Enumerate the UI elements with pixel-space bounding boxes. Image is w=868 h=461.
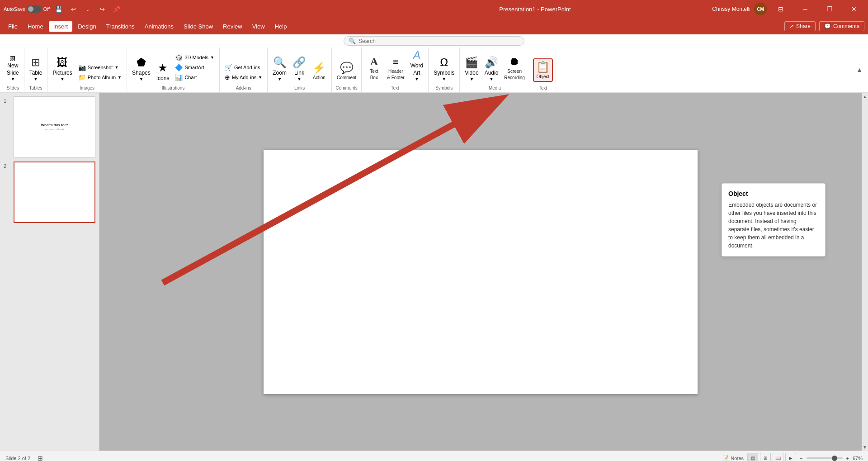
- restore-button[interactable]: ❐: [819, 0, 840, 18]
- search-bar[interactable]: 🔍: [344, 36, 524, 46]
- table-button[interactable]: ⊞ Table ▼: [27, 55, 45, 82]
- action-button[interactable]: ⚡ Action: [310, 60, 329, 82]
- notes-icon: 📝: [722, 455, 729, 461]
- share-button[interactable]: ↗ Share: [784, 21, 816, 31]
- zoom-out-icon[interactable]: −: [800, 456, 802, 461]
- ribbon-section-links: 🔍 Zoom ▼ 🔗 Link ▼ ⚡ Action Link: [268, 48, 332, 92]
- scroll-up-arrow[interactable]: ▲: [862, 94, 868, 99]
- autosave-dot: [28, 6, 33, 12]
- get-addins-button[interactable]: 🛒 Get Add-ins: [222, 63, 264, 72]
- menu-view[interactable]: View: [248, 21, 269, 32]
- text-box-icon: A: [370, 56, 378, 68]
- menu-transitions[interactable]: Transitions: [102, 21, 139, 32]
- search-input[interactable]: [359, 38, 519, 44]
- menu-insert[interactable]: Insert: [49, 21, 73, 32]
- video-button[interactable]: 🎬 Video ▼: [462, 55, 481, 82]
- menu-home[interactable]: Home: [23, 21, 48, 32]
- table-icon: ⊞: [31, 56, 40, 69]
- menu-file[interactable]: File: [4, 21, 22, 32]
- photo-album-icon: 📁: [78, 74, 86, 81]
- object-tooltip: Object Embedded objects are documents or…: [722, 183, 826, 257]
- reading-view-button[interactable]: 📖: [773, 453, 783, 461]
- ribbon-collapse-button[interactable]: ▲: [856, 66, 863, 73]
- menu-help[interactable]: Help: [270, 21, 292, 32]
- photo-album-button[interactable]: 📁 Photo Album ▼: [76, 73, 124, 82]
- notes-button[interactable]: 📝 Notes: [722, 455, 744, 461]
- normal-view-button[interactable]: ▤: [747, 453, 758, 461]
- autosave-state: Off: [43, 6, 50, 12]
- slideshow-button[interactable]: ▶: [785, 453, 796, 461]
- user-avatar[interactable]: CM: [754, 3, 767, 15]
- section-label-text: Text: [364, 84, 425, 92]
- section-label-media: Media: [462, 84, 527, 92]
- slide-preview-1[interactable]: What's this for? some small text: [14, 96, 95, 158]
- window-title: Presentation1 - PowerPoint: [358, 6, 712, 13]
- my-addins-icon: ⊕: [225, 74, 230, 81]
- 3d-models-button[interactable]: 🎲 3D Models ▼: [173, 53, 217, 62]
- pin-button[interactable]: 📌: [110, 3, 123, 15]
- layout-button[interactable]: ⊟: [770, 0, 791, 18]
- menu-design[interactable]: Design: [73, 21, 100, 32]
- wordart-button[interactable]: A Word Art ▼: [408, 48, 425, 82]
- close-button[interactable]: ✕: [844, 0, 864, 18]
- section-label-addins: Add-ins: [222, 84, 264, 92]
- dropdown-icon[interactable]: ⌄: [81, 3, 94, 15]
- menu-slideshow[interactable]: Slide Show: [179, 21, 217, 32]
- my-addins-button[interactable]: ⊕ My Add-ins ▼: [222, 73, 264, 82]
- ribbon-section-illustrations: ⬟ Shapes ▼ ★ Icons 🎲 3D Models ▼: [127, 48, 220, 92]
- section-label-tables: Tables: [27, 84, 45, 92]
- ribbon-section-object: 📋 Object Text: [530, 48, 556, 92]
- video-icon: 🎬: [465, 56, 478, 69]
- ribbon-sections: 🖼 New Slide ▼ Slides ⊞ Table ▼: [0, 46, 868, 92]
- vertical-scrollbar[interactable]: ▲ ▼: [862, 93, 868, 451]
- comments-button[interactable]: 💬 Comments: [819, 21, 864, 31]
- ribbon-section-images: 🖼 Pictures ▼ 📷 Screenshot ▼ 📁 Photo Albu…: [47, 48, 127, 92]
- zoom-thumb: [832, 456, 837, 461]
- slide-panel: 1 What's this for? some small text 2: [0, 93, 99, 451]
- icons-button[interactable]: ★ Icons: [154, 60, 172, 82]
- slide-thumb-1: 1 What's this for? some small text: [4, 96, 95, 158]
- zoom-slider[interactable]: [807, 457, 843, 459]
- header-footer-icon: ≡: [393, 56, 399, 68]
- screen-recording-icon: ⏺: [509, 55, 520, 68]
- redo-button[interactable]: ↪: [96, 3, 108, 15]
- screen-recording-button[interactable]: ⏺ Screen Recording: [502, 54, 527, 82]
- link-button[interactable]: 🔗 Link ▼: [290, 55, 308, 82]
- new-slide-button[interactable]: 🖼 New Slide ▼: [5, 54, 21, 82]
- slide-sorter-button[interactable]: ⊞: [760, 453, 771, 461]
- screenshot-button[interactable]: 📷 Screenshot ▼: [76, 63, 124, 72]
- object-button[interactable]: 📋 Object: [533, 58, 553, 82]
- shapes-icon: ⬟: [137, 56, 146, 69]
- get-addins-icon: 🛒: [225, 64, 232, 71]
- user-name: Chrissy Montelli: [712, 6, 750, 12]
- shapes-button[interactable]: ⬟ Shapes ▼: [130, 55, 153, 82]
- smartart-button[interactable]: 🔷 SmartArt: [173, 63, 217, 72]
- canvas-area: Object Embedded objects are documents or…: [99, 93, 862, 451]
- save-button[interactable]: 💾: [52, 3, 65, 15]
- comments-icon: 💬: [824, 23, 831, 29]
- autosave-toggle[interactable]: [27, 5, 42, 13]
- section-label-links: Links: [270, 84, 329, 92]
- text-box-button[interactable]: A Text Box: [364, 54, 383, 82]
- section-label-text2: Text: [533, 84, 553, 92]
- zoom-button[interactable]: 🔍 Zoom ▼: [270, 55, 289, 82]
- minimize-button[interactable]: ─: [795, 0, 816, 18]
- comment-button[interactable]: 💬 Comment: [335, 60, 359, 82]
- symbols-button[interactable]: Ω Symbols ▼: [431, 55, 457, 82]
- undo-button[interactable]: ↩: [67, 3, 80, 15]
- pictures-button[interactable]: 🖼 Pictures ▼: [50, 55, 74, 82]
- main-area: 1 What's this for? some small text 2: [0, 93, 868, 451]
- zoom-in-icon[interactable]: +: [846, 456, 849, 461]
- ribbon-section-text: A Text Box ≡ Header & Footer A Word Art …: [362, 48, 429, 92]
- scroll-down-arrow[interactable]: ▼: [862, 444, 868, 450]
- slide-preview-2[interactable]: [14, 162, 95, 223]
- chart-button[interactable]: 📊 Chart: [173, 73, 217, 82]
- menu-review[interactable]: Review: [218, 21, 247, 32]
- audio-button[interactable]: 🔊 Audio ▼: [482, 55, 501, 82]
- notes-label: Notes: [731, 456, 744, 461]
- menu-animations[interactable]: Animations: [140, 21, 178, 32]
- share-icon: ↗: [789, 23, 794, 29]
- slide-number-2: 2: [4, 163, 11, 169]
- icons-icon: ★: [158, 62, 168, 74]
- header-footer-button[interactable]: ≡ Header & Footer: [385, 55, 406, 82]
